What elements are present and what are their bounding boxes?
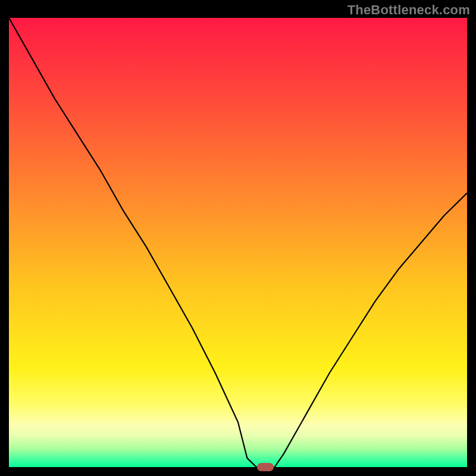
plot-background bbox=[9, 18, 467, 467]
chart-frame: TheBottleneck.com bbox=[0, 0, 476, 476]
watermark-text: TheBottleneck.com bbox=[347, 2, 470, 18]
bottleneck-chart bbox=[9, 18, 467, 467]
optimum-marker bbox=[257, 463, 274, 471]
